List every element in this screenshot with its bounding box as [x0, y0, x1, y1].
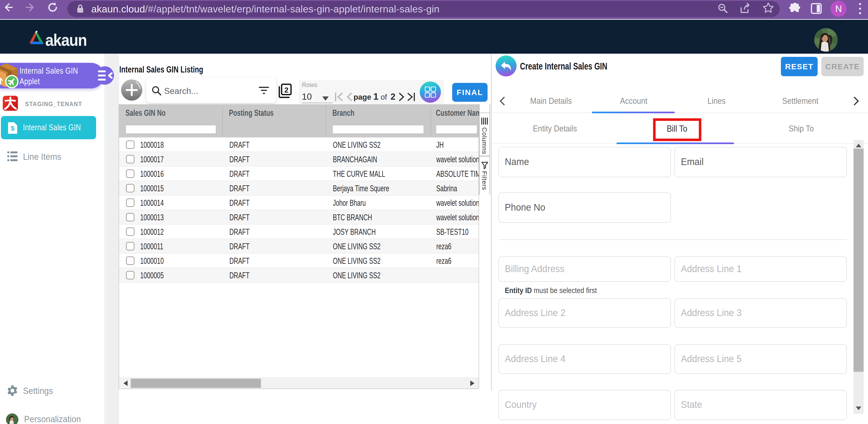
svg-text:$: $: [11, 125, 14, 132]
svg-text:2: 2: [284, 86, 288, 94]
